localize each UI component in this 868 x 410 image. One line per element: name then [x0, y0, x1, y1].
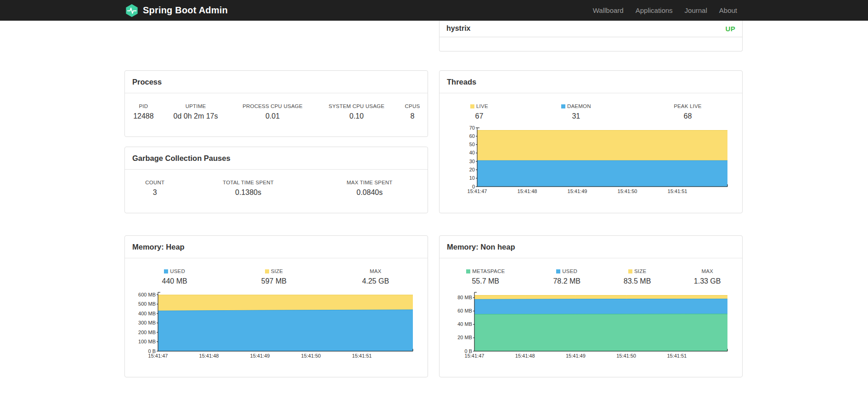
svg-text:400 MB: 400 MB: [138, 311, 156, 316]
memory-nonheap-chart: 0 B20 MB40 MB60 MB80 MB15:41:4715:41:481…: [447, 290, 734, 363]
stat-metaspace: METASPACE 55.7 MB: [440, 268, 532, 285]
gc-stats: COUNT 3 TOTAL TIME SPENT 0.1380s MAX TIM…: [125, 180, 428, 197]
stat-value: 8: [402, 112, 423, 120]
nonheap-stats: METASPACE 55.7 MB USED 78.2 MB SIZE 83.5…: [440, 268, 742, 285]
svg-text:15:41:47: 15:41:47: [468, 188, 487, 194]
stat-value: 0.10: [321, 112, 393, 120]
stat-system-cpu-usage: SYSTEM CPU USAGE 0.10: [316, 103, 397, 120]
svg-text:60: 60: [469, 133, 475, 139]
stat-value: 0.0840s: [316, 188, 423, 197]
threads-stats: LIVE 67 DAEMON 31 PEAK LIVE 68: [440, 103, 742, 120]
stat-live: LIVE 67: [440, 103, 519, 120]
svg-text:200 MB: 200 MB: [138, 330, 156, 335]
stat-label: PID: [130, 103, 158, 109]
application-row-hystrix[interactable]: hystrix UP: [440, 21, 742, 37]
status-badge: UP: [726, 25, 735, 33]
process-card-title: Process: [125, 71, 428, 93]
stat-daemon: DAEMON 31: [519, 103, 633, 120]
stat-peak-live: PEAK LIVE 68: [633, 103, 742, 120]
stat-label: METASPACE: [444, 268, 527, 274]
nonheap-card-title: Memory: Non heap: [440, 236, 742, 258]
nav-item-wallboard[interactable]: Wallboard: [587, 0, 630, 21]
stat-used: USED 440 MB: [125, 268, 224, 285]
stat-label: SIZE: [607, 268, 668, 274]
stat-count: COUNT 3: [125, 180, 185, 197]
gc-card-title: Garbage Collection Pauses: [125, 147, 428, 170]
stat-value: 55.7 MB: [444, 277, 527, 285]
size-legend-swatch: [628, 269, 632, 273]
gc-pauses-card: Garbage Collection Pauses COUNT 3 TOTAL …: [124, 147, 428, 213]
used-legend-swatch: [556, 269, 560, 273]
application-list-card: hystrix UP: [439, 21, 743, 51]
stat-value: 0d 0h 2m 17s: [167, 112, 225, 120]
svg-text:60 MB: 60 MB: [457, 308, 472, 313]
stat-value: 1.33 GB: [677, 277, 738, 285]
nav-menu: Wallboard Applications Journal About: [587, 0, 743, 21]
stat-total-time-spent: TOTAL TIME SPENT 0.1380s: [185, 180, 312, 197]
used-legend-swatch: [164, 269, 168, 273]
heap-stats: USED 440 MB SIZE 597 MB MAX 4.25 GB: [125, 268, 428, 285]
stat-label: PROCESS CPU USAGE: [234, 103, 311, 109]
stat-label: CPUS: [402, 103, 423, 109]
nav-item-applications[interactable]: Applications: [630, 0, 679, 21]
svg-text:100 MB: 100 MB: [138, 339, 156, 344]
stat-label-text: LIVE: [476, 103, 488, 109]
stat-value: 0.01: [234, 112, 311, 120]
stat-label: DAEMON: [524, 103, 629, 109]
stat-value: 68: [638, 112, 738, 120]
stat-value: 3: [130, 188, 180, 197]
stat-max-time-spent: MAX TIME SPENT 0.0840s: [311, 180, 428, 197]
stat-process-cpu-usage: PROCESS CPU USAGE 0.01: [229, 103, 316, 120]
svg-text:15:41:48: 15:41:48: [518, 188, 537, 194]
svg-text:15:41:51: 15:41:51: [667, 353, 687, 359]
stat-label-text: USED: [562, 268, 577, 274]
stat-label: TOTAL TIME SPENT: [190, 180, 307, 185]
stat-value: 31: [524, 112, 629, 120]
svg-text:15:41:51: 15:41:51: [352, 353, 372, 359]
threads-card-title: Threads: [440, 71, 742, 93]
nav-item-journal[interactable]: Journal: [679, 0, 713, 21]
threads-card: Threads LIVE 67 DAEMON 31 PEAK LIVE 68 0…: [439, 70, 743, 213]
spring-boot-admin-logo-icon: [125, 4, 139, 17]
svg-text:15:41:47: 15:41:47: [465, 353, 485, 359]
stat-label: MAX TIME SPENT: [316, 180, 423, 185]
svg-text:80 MB: 80 MB: [457, 295, 472, 300]
brand-title: Spring Boot Admin: [143, 5, 228, 16]
stat-label: MAX: [328, 268, 423, 274]
svg-text:30: 30: [469, 159, 475, 164]
brand[interactable]: Spring Boot Admin: [125, 4, 228, 17]
svg-text:300 MB: 300 MB: [138, 320, 156, 325]
svg-text:15:41:50: 15:41:50: [616, 353, 636, 359]
stat-label-text: SIZE: [271, 268, 283, 274]
memory-heap-card: Memory: Heap USED 440 MB SIZE 597 MB MAX…: [124, 235, 428, 377]
svg-text:50: 50: [469, 142, 475, 147]
application-name[interactable]: hystrix: [446, 24, 470, 33]
metaspace-legend-swatch: [466, 269, 470, 273]
svg-text:15:41:51: 15:41:51: [668, 188, 688, 194]
stat-value: 78.2 MB: [536, 277, 597, 285]
stat-pid: PID 12488: [125, 103, 162, 120]
stat-size: SIZE 83.5 MB: [602, 268, 672, 285]
stat-label: UPTIME: [167, 103, 225, 109]
stat-uptime: UPTIME 0d 0h 2m 17s: [162, 103, 229, 120]
stat-label-text: SIZE: [634, 268, 646, 274]
stat-label: LIVE: [444, 103, 514, 109]
stat-value: 67: [444, 112, 514, 120]
threads-chart: 01020304050607015:41:4715:41:4815:41:491…: [447, 125, 734, 199]
nav-item-about[interactable]: About: [713, 0, 743, 21]
stat-label: SYSTEM CPU USAGE: [321, 103, 393, 109]
stat-label-text: DAEMON: [567, 103, 591, 109]
stat-value: 83.5 MB: [607, 277, 668, 285]
process-card: Process PID 12488 UPTIME 0d 0h 2m 17s PR…: [124, 70, 428, 137]
svg-text:15:41:47: 15:41:47: [148, 353, 168, 359]
stat-size: SIZE 597 MB: [224, 268, 323, 285]
live-legend-swatch: [470, 104, 474, 108]
stat-value: 0.1380s: [190, 188, 307, 197]
svg-text:15:41:48: 15:41:48: [199, 353, 219, 359]
stat-label: USED: [536, 268, 597, 274]
stat-label-text: USED: [170, 268, 185, 274]
stat-cpus: CPUS 8: [397, 103, 428, 120]
size-legend-swatch: [265, 269, 269, 273]
navbar: Spring Boot Admin Wallboard Applications…: [0, 0, 868, 21]
stat-value: 440 MB: [130, 277, 220, 285]
